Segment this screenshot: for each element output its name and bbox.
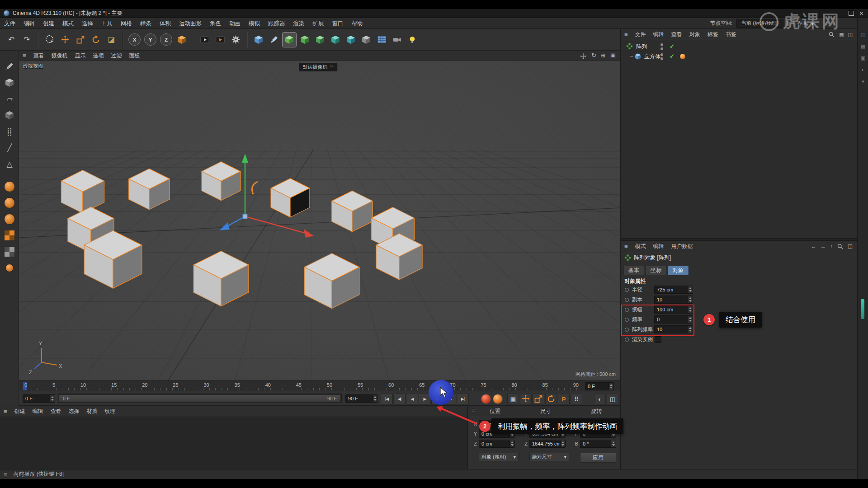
render-picture-viewer-button[interactable] <box>213 33 227 47</box>
attr-menu-userdata[interactable]: 用户数据 <box>668 241 697 251</box>
object-manager-menu-icon[interactable]: ≡ <box>621 31 632 38</box>
deformer-button[interactable] <box>313 33 327 47</box>
magnet-tool-icon[interactable] <box>3 261 16 275</box>
object-axis-mode-icon[interactable] <box>3 108 16 122</box>
record-scale-toggle[interactable] <box>533 394 544 404</box>
animation-dot-icon[interactable] <box>625 288 629 292</box>
attr-forward-icon[interactable]: → <box>821 243 826 249</box>
menubar-item-create[interactable]: 创建 <box>39 18 58 29</box>
status-menu-icon[interactable]: ≡ <box>0 471 11 478</box>
object-name[interactable]: 立方体 <box>644 53 660 61</box>
end-frame-field[interactable]: 90 F <box>345 394 378 403</box>
tab-coordinates[interactable]: 坐标 <box>646 266 666 275</box>
om-menu-file[interactable]: 文件 <box>632 29 650 39</box>
attr-lock-icon[interactable]: ◫ <box>848 243 853 249</box>
attr-up-icon[interactable]: ↑ <box>830 243 833 249</box>
close-window-icon[interactable]: × <box>859 10 863 17</box>
enable-checkmark[interactable]: ✓ <box>670 43 675 50</box>
viewport-menu-display[interactable]: 显示 <box>71 51 90 61</box>
panel-toggle-button[interactable]: ◫ <box>607 394 618 404</box>
material-menu-texture[interactable]: 纹理 <box>101 406 119 416</box>
attr-menu-edit[interactable]: 编辑 <box>650 241 668 251</box>
phong-tag-icon[interactable] <box>680 54 685 59</box>
menubar-item-render[interactable]: 渲染 <box>289 18 309 29</box>
om-menu-view[interactable]: 查看 <box>668 29 686 39</box>
material-menu-select[interactable]: 选择 <box>65 406 83 416</box>
menubar-item-extensions[interactable]: 扩展 <box>309 18 328 29</box>
z-axis-lock-toggle[interactable]: Z <box>160 33 172 46</box>
previous-frame-button[interactable]: ◀ <box>406 394 418 404</box>
points-mode-icon[interactable]: ⣿ <box>3 125 16 138</box>
size-mode-select[interactable]: 绝对尺寸▾ <box>529 453 569 461</box>
frame-spinner-field[interactable]: 0 F <box>585 382 614 390</box>
polygons-mode-icon[interactable]: △ <box>3 157 16 171</box>
timeline-ruler[interactable]: 0510 152025 303540 455055 606570 758085 … <box>19 380 620 391</box>
object-name[interactable]: 阵列 <box>636 43 647 51</box>
animation-dot-icon[interactable] <box>625 338 629 342</box>
field-object-button[interactable] <box>344 33 358 47</box>
menubar-item-tracker[interactable]: 跟踪器 <box>264 18 289 29</box>
viewport[interactable]: YZX 透视视图 默认摄像机 °° 网格间距 : 500 cm <box>19 61 620 380</box>
coordinate-mode-select[interactable]: 对象 (相对)▾ <box>479 453 519 461</box>
material-menu-edit[interactable]: 编辑 <box>29 406 47 416</box>
viewport-menu-cameras[interactable]: 摄像机 <box>48 51 71 61</box>
add-cube-object-button[interactable] <box>252 33 265 47</box>
strip-panel-icon[interactable]: ◫ <box>860 32 866 38</box>
snap-settings-icon[interactable] <box>3 196 16 210</box>
restore-window-icon[interactable] <box>849 11 854 16</box>
viewport-solo-button[interactable]: ◐ <box>594 394 606 404</box>
quantize-icon[interactable] <box>3 212 16 226</box>
render-settings-button[interactable] <box>229 33 242 47</box>
object-row-cube[interactable]: 立方体 ✓ <box>621 52 857 61</box>
model-mode-icon[interactable] <box>3 76 16 89</box>
visibility-toggles[interactable] <box>660 53 663 60</box>
menubar-item-window[interactable]: 窗口 <box>328 18 348 29</box>
make-editable-icon[interactable] <box>3 60 16 73</box>
om-menu-edit[interactable]: 编辑 <box>650 29 668 39</box>
enable-checkmark[interactable]: ✓ <box>670 53 675 60</box>
texture-mode-icon[interactable]: ▱ <box>3 92 16 106</box>
om-panel-icon[interactable]: ◫ <box>848 32 853 38</box>
edges-mode-icon[interactable]: ╱ <box>3 141 16 155</box>
menubar-item-mode[interactable]: 模式 <box>58 18 78 29</box>
material-menu-icon[interactable]: ≡ <box>0 408 11 415</box>
redo-button[interactable]: ↷ <box>20 33 33 47</box>
instance-object-button[interactable] <box>359 33 373 47</box>
material-menu-view[interactable]: 查看 <box>47 406 65 416</box>
attr-menu-mode[interactable]: 模式 <box>632 241 650 251</box>
menubar-item-spline[interactable]: 样条 <box>136 18 156 29</box>
strip-grid-icon[interactable]: ▣ <box>860 55 866 61</box>
material-menu-create[interactable]: 创建 <box>11 406 29 416</box>
menubar-item-simulate[interactable]: 模拟 <box>245 18 264 29</box>
paint-tool-icon[interactable] <box>3 229 16 242</box>
size-z-field[interactable]: 1644.755 cm <box>529 440 566 448</box>
tab-basic[interactable]: 基本 <box>623 266 644 275</box>
record-rotation-toggle[interactable] <box>545 394 557 404</box>
viewport-menu-filter[interactable]: 过滤 <box>108 51 126 61</box>
om-menu-bookmarks[interactable]: 书签 <box>722 29 740 39</box>
menubar-item-mesh[interactable]: 网格 <box>117 18 136 29</box>
record-pla-toggle[interactable]: ⠿ <box>571 394 582 404</box>
render-instances-checkbox[interactable] <box>655 336 661 343</box>
preview-range-slider[interactable]: 0 F 90 F <box>58 394 342 403</box>
subdivision-surface-button[interactable] <box>298 33 311 47</box>
copies-field[interactable]: 10 <box>654 296 693 304</box>
enable-snap-icon[interactable] <box>3 180 16 193</box>
pen-spline-tool[interactable] <box>267 33 281 47</box>
menubar-item-help[interactable]: 帮助 <box>348 18 367 29</box>
keyframe-selection-button[interactable]: ▣ <box>507 394 519 404</box>
attribute-menu-icon[interactable]: ≡ <box>621 243 632 250</box>
undo-button[interactable]: ↶ <box>5 33 18 47</box>
orbit-view-icon[interactable]: ↻ <box>591 52 596 59</box>
om-menu-tags[interactable]: 标签 <box>704 29 722 39</box>
zoom-view-icon[interactable]: ⊕ <box>601 52 606 59</box>
scale-tool[interactable] <box>74 33 87 47</box>
menubar-item-tools[interactable]: 工具 <box>97 18 117 29</box>
goto-start-button[interactable]: |◀ <box>381 394 393 404</box>
menubar-item-edit[interactable]: 编辑 <box>19 18 39 29</box>
coordinate-system-toggle[interactable] <box>175 33 189 47</box>
workplane-grid-button[interactable] <box>375 33 388 47</box>
attr-back-icon[interactable]: ← <box>811 243 816 249</box>
visibility-toggles[interactable] <box>660 43 663 50</box>
light-object-button[interactable] <box>406 33 419 47</box>
